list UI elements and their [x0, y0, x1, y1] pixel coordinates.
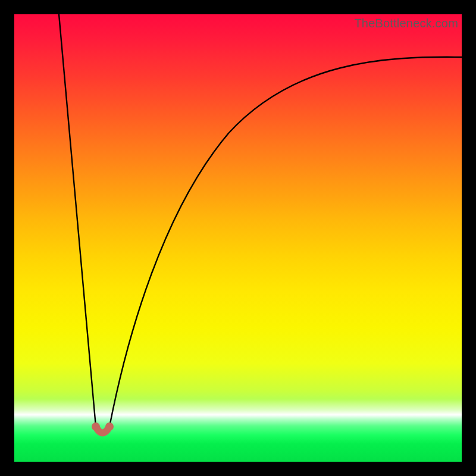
bottleneck-curve	[14, 14, 462, 462]
curve-left-branch	[59, 14, 96, 427]
trough-dot-left	[92, 422, 100, 431]
trough-dot-right	[105, 422, 114, 431]
curve-right-branch	[109, 57, 462, 427]
plot-area: TheBottleneck.com	[14, 14, 462, 462]
